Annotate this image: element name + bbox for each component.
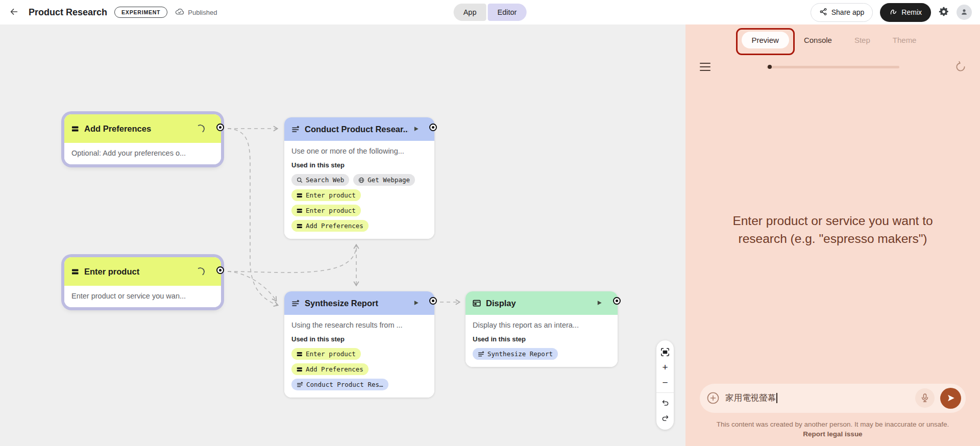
chip-synthesize-report: Synthesize Report	[473, 348, 558, 360]
prompt-icon	[291, 299, 300, 307]
settings-button[interactable]	[938, 6, 949, 19]
play-icon	[413, 126, 419, 133]
output-handle-add-preferences[interactable]	[216, 123, 224, 131]
node-description: Enter product or service you wan...	[71, 292, 214, 300]
gear-icon	[938, 6, 949, 19]
undo-button[interactable]	[658, 395, 672, 410]
publish-status-label: Published	[188, 9, 217, 16]
node-enter-product[interactable]: Enter product Enter product or service y…	[64, 257, 221, 307]
user-input-icon	[71, 125, 79, 133]
chat-input[interactable]: 家用電視螢幕	[725, 392, 910, 404]
mic-button[interactable]	[915, 388, 935, 408]
undo-icon	[661, 399, 670, 407]
fit-view-button[interactable]	[658, 345, 672, 359]
chip-add-preferences: Add Preferences	[291, 220, 369, 232]
send-icon	[946, 393, 955, 403]
node-header: Conduct Product Resear...	[284, 117, 434, 141]
chip-enter-product: Enter product	[291, 205, 361, 216]
zoom-in-button[interactable]: +	[658, 360, 672, 375]
play-icon	[597, 300, 602, 307]
step-progress-bar[interactable]	[767, 63, 899, 70]
progress-handle[interactable]	[768, 65, 772, 69]
user-input-icon	[297, 192, 303, 199]
node-synthesize-report[interactable]: Synthesize Report Using the research res…	[284, 291, 434, 398]
run-step-button[interactable]	[413, 126, 419, 133]
output-handle-conduct-product-research[interactable]	[429, 123, 437, 131]
panel-tab-bar: Preview Console Step Theme	[685, 24, 980, 48]
chip-enter-product: Enter product	[291, 189, 361, 201]
tab-theme[interactable]: Theme	[885, 32, 924, 48]
node-display[interactable]: Display Display this report as an intera…	[465, 291, 618, 367]
node-add-preferences[interactable]: Add Preferences Optional: Add your prefe…	[64, 114, 221, 164]
tab-step[interactable]: Step	[847, 32, 878, 48]
progress-track	[767, 66, 899, 68]
content-disclaimer: This content was created by another pers…	[710, 419, 955, 446]
node-title: Conduct Product Resear...	[305, 125, 408, 134]
top-bar: Product Research EXPERIMENT Published Ap…	[0, 0, 980, 24]
publish-status: Published	[175, 7, 217, 18]
app-mode-button[interactable]: App	[454, 4, 486, 21]
node-description: Use one or more of the following...	[291, 147, 427, 155]
attach-button[interactable]	[706, 391, 720, 405]
person-icon	[960, 7, 969, 18]
user-input-icon	[297, 223, 303, 229]
run-step-button[interactable]	[413, 300, 419, 307]
editor-mode-button[interactable]: Editor	[487, 4, 526, 21]
run-step-button[interactable]	[597, 300, 602, 307]
chip-conduct-product-research: Conduct Product Res…	[291, 379, 388, 390]
output-handle-synthesize-report[interactable]	[429, 297, 437, 305]
hamburger-icon	[700, 63, 710, 64]
tab-console[interactable]: Console	[796, 32, 840, 48]
output-handle-enter-product[interactable]	[216, 266, 224, 274]
node-conduct-product-research[interactable]: Conduct Product Resear... Use one or mor…	[284, 117, 434, 239]
plus-icon: +	[662, 362, 668, 373]
back-button[interactable]	[8, 6, 19, 19]
experiment-badge: EXPERIMENT	[114, 7, 167, 18]
node-description: Display this report as an intera...	[473, 321, 610, 329]
preview-controls	[685, 58, 980, 76]
arrow-left-icon	[8, 6, 19, 19]
node-header: Display	[465, 291, 618, 315]
user-input-icon	[297, 366, 303, 373]
share-icon	[819, 8, 827, 17]
chip-add-preferences: Add Preferences	[291, 363, 369, 375]
node-title: Display	[486, 299, 592, 308]
loading-spinner-icon	[195, 266, 206, 277]
prompt-message: Enter product or service you want to res…	[713, 212, 953, 248]
menu-button[interactable]	[698, 61, 713, 73]
used-in-step-label: Used in this step	[291, 335, 427, 343]
report-legal-issue-link[interactable]: Report legal issue	[803, 430, 862, 438]
used-in-step-label: Used in this step	[291, 161, 427, 169]
restart-button[interactable]	[953, 60, 968, 74]
node-description: Optional: Add your preferences o...	[71, 149, 214, 157]
redo-button[interactable]	[658, 411, 672, 425]
node-header: Add Preferences	[64, 114, 221, 143]
remix-button[interactable]: Remix	[880, 3, 931, 22]
chip-enter-product: Enter product	[291, 348, 361, 360]
prompt-icon	[478, 351, 484, 357]
canvas-zoom-toolbar: + −	[656, 340, 674, 430]
remix-label: Remix	[901, 8, 922, 16]
page-title: Product Research	[29, 7, 107, 18]
workflow-canvas[interactable]: Add Preferences Optional: Add your prefe…	[0, 24, 685, 446]
chat-input-value: 家用電視螢幕	[725, 392, 776, 404]
loading-spinner-icon	[195, 123, 206, 134]
zoom-out-button[interactable]: −	[658, 376, 672, 390]
node-header: Enter product	[64, 257, 221, 286]
user-avatar[interactable]	[957, 5, 972, 20]
prompt-icon	[291, 125, 300, 133]
plus-circle-icon	[706, 391, 720, 405]
node-title: Enter product	[84, 267, 191, 277]
restart-icon	[954, 61, 967, 73]
user-input-icon	[71, 268, 79, 276]
play-icon	[413, 300, 419, 307]
share-app-button[interactable]: Share app	[811, 3, 873, 22]
user-input-icon	[297, 208, 303, 214]
chat-input-bar[interactable]: 家用電視螢幕	[700, 384, 966, 413]
preview-output-area: Enter product or service you want to res…	[685, 76, 980, 384]
output-handle-display[interactable]	[613, 297, 621, 305]
tab-preview[interactable]: Preview	[742, 32, 789, 48]
text-caret	[776, 393, 777, 403]
send-button[interactable]	[940, 388, 961, 409]
globe-icon	[358, 177, 364, 183]
